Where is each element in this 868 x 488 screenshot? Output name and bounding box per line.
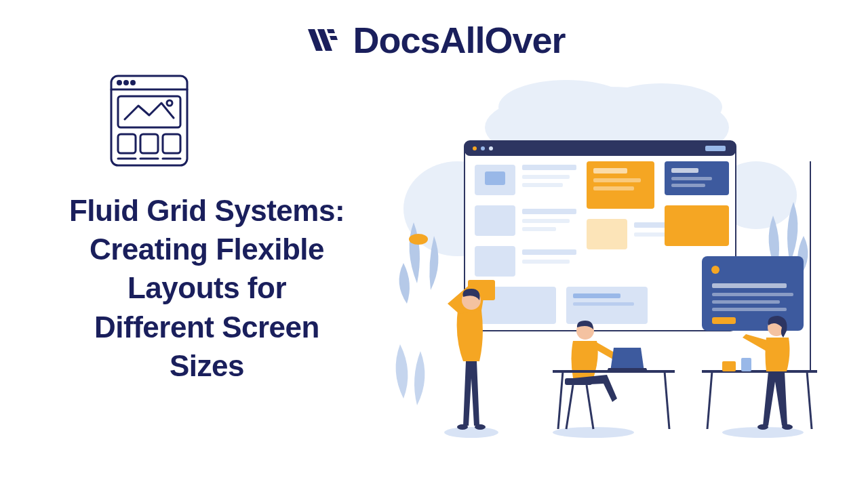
svg-rect-52 [573,293,620,298]
svg-rect-37 [671,177,712,180]
wireframe-layout-icon [108,73,373,171]
svg-point-2 [118,81,121,85]
svg-rect-27 [485,171,505,185]
svg-rect-34 [593,186,634,190]
svg-rect-41 [522,219,570,223]
svg-rect-48 [522,249,576,255]
svg-rect-82 [741,358,751,371]
svg-point-23 [481,146,485,150]
svg-rect-33 [593,178,641,182]
page-title: Fluid Grid Systems: Creating Flexible La… [68,191,373,385]
svg-rect-21 [465,141,736,156]
svg-point-6 [167,100,172,106]
illustration-panel [373,73,868,455]
svg-line-73 [665,371,669,429]
svg-rect-59 [712,308,787,311]
svg-rect-43 [587,219,627,249]
svg-point-61 [444,427,498,438]
svg-point-64 [457,424,468,430]
leaves-bottom-icon [396,344,425,405]
svg-rect-46 [665,205,729,246]
svg-rect-36 [671,168,698,173]
browser-window-icon [465,141,736,331]
person-sitting-icon [553,321,675,438]
svg-rect-58 [712,300,780,304]
svg-rect-42 [522,227,556,231]
svg-rect-60 [712,317,736,324]
svg-rect-40 [522,209,576,214]
team-illustration [373,73,841,453]
svg-point-80 [782,424,793,430]
svg-point-4 [132,81,135,85]
svg-point-22 [473,146,477,150]
svg-line-72 [558,371,563,429]
svg-rect-28 [522,165,576,170]
svg-rect-57 [712,293,793,296]
svg-line-67 [566,385,573,429]
svg-rect-56 [712,283,787,288]
svg-rect-9 [163,134,180,153]
side-card-icon [702,256,804,331]
svg-rect-47 [475,246,515,277]
person-desk-icon [702,316,817,438]
svg-line-76 [707,371,712,429]
left-panel: Fluid Grid Systems: Creating Flexible La… [0,73,373,455]
svg-rect-25 [705,146,726,151]
svg-point-15 [600,83,722,131]
header: DocsAllOver [0,0,868,61]
svg-point-55 [711,266,719,274]
svg-rect-81 [722,361,736,371]
svg-point-18 [409,234,428,245]
chevrons-logo-icon [302,21,340,59]
svg-rect-30 [522,183,563,187]
content-area: Fluid Grid Systems: Creating Flexible La… [0,61,868,455]
svg-line-77 [807,371,812,429]
svg-rect-49 [522,260,570,264]
svg-line-68 [587,385,593,429]
svg-rect-38 [671,184,705,187]
svg-point-3 [125,81,128,85]
svg-rect-7 [118,134,136,153]
svg-point-24 [489,146,493,150]
svg-point-79 [757,424,768,430]
svg-rect-29 [522,175,570,179]
svg-rect-39 [475,205,515,236]
svg-rect-53 [573,302,634,306]
svg-rect-32 [593,168,627,174]
svg-rect-8 [140,134,158,153]
brand-name: DocsAllOver [353,19,565,61]
svg-point-65 [475,424,486,430]
